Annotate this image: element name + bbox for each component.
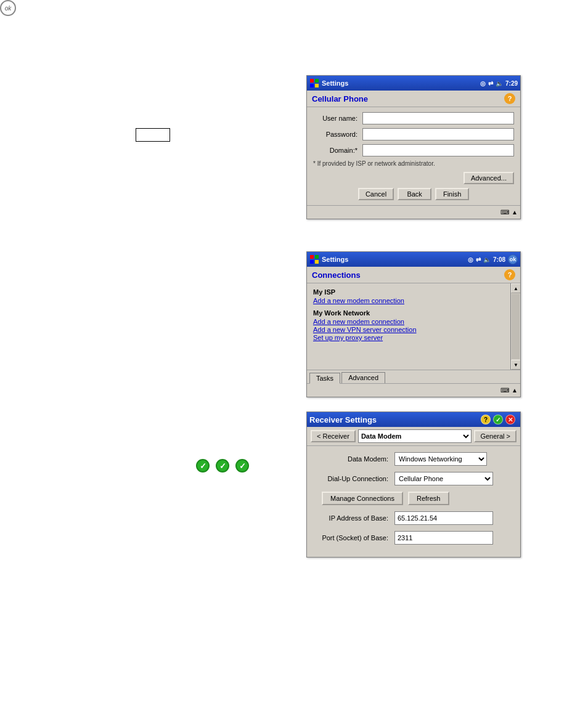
dialog2-scroll-area: My ISP Add a new modem connection My Wor… bbox=[307, 283, 520, 370]
dialog3-nav-bar: < Receiver Data Modem General > bbox=[307, 427, 520, 446]
port-input[interactable] bbox=[394, 531, 493, 545]
svg-rect-2 bbox=[310, 84, 314, 87]
svg-rect-6 bbox=[310, 260, 314, 264]
password-label: Password: bbox=[313, 131, 362, 138]
svg-rect-7 bbox=[315, 260, 319, 264]
dialog2-title-icons: ◎ ⇄ 🔈 7:08 ok bbox=[468, 254, 518, 264]
dialog2-tab-bar: Tasks Advanced bbox=[307, 370, 520, 383]
dialup-row: Dial-Up Connection: Cellular Phone bbox=[314, 472, 513, 485]
dialog1-volume-icon: 🔈 bbox=[496, 80, 503, 87]
dialog1-sub-header: Cellular Phone ? bbox=[307, 91, 520, 107]
dialog3-help-btn[interactable]: ? bbox=[481, 415, 491, 424]
my-work-title: My Work Network bbox=[313, 309, 504, 317]
dialup-select[interactable]: Cellular Phone bbox=[394, 472, 493, 485]
domain-input[interactable] bbox=[362, 144, 514, 156]
dialog1-page-title: Cellular Phone bbox=[312, 94, 368, 103]
arrow-up-icon[interactable]: ▲ bbox=[512, 209, 518, 216]
domain-label: Domain:* bbox=[313, 147, 362, 154]
dialog1-title: Settings bbox=[322, 79, 480, 87]
my-isp-section: My ISP Add a new modem connection bbox=[313, 288, 504, 304]
refresh-button[interactable]: Refresh bbox=[408, 492, 449, 505]
scroll-down-arrow[interactable]: ▼ bbox=[511, 360, 520, 370]
svg-rect-0 bbox=[310, 79, 314, 83]
data-modem-row: Data Modem: Windows Networking bbox=[314, 452, 513, 466]
dialog1-wifi-icon: ⇄ bbox=[488, 80, 493, 87]
dialog1-title-bar: Settings ◎ ⇄ 🔈 7:29 bbox=[307, 76, 520, 91]
check-icon-3: ✓ bbox=[235, 459, 249, 473]
password-row: Password: bbox=[313, 128, 514, 140]
check-icon-2: ✓ bbox=[216, 459, 229, 473]
small-rectangle bbox=[136, 128, 170, 142]
dialog1-taskbar: ⌨ ▲ bbox=[307, 205, 520, 219]
dialog3-ok-btn[interactable]: ✓ bbox=[493, 415, 503, 424]
check-icon-1: ✓ bbox=[196, 459, 210, 473]
dialog2-volume-icon: 🔈 bbox=[483, 256, 491, 263]
cancel-button[interactable]: Cancel bbox=[358, 188, 394, 200]
receiver-back-btn[interactable]: < Receiver bbox=[311, 430, 356, 442]
dialog1-content: User name: Password: Domain:* * If provi… bbox=[307, 107, 520, 205]
my-isp-title: My ISP bbox=[313, 288, 504, 296]
dialog2-title-bar: Settings ◎ ⇄ 🔈 7:08 ok bbox=[307, 252, 520, 267]
advanced-btn-row: Advanced... bbox=[313, 172, 514, 184]
receiver-settings-dialog: Receiver Settings ? ✓ ✕ < Receiver Data … bbox=[306, 412, 521, 558]
windows-logo-icon-2 bbox=[309, 254, 319, 264]
dialog2-ok-btn[interactable]: ok bbox=[508, 254, 518, 264]
check-icons-group: ✓ ✓ ✓ bbox=[196, 459, 249, 473]
ip-row: IP Address of Base: bbox=[314, 511, 513, 525]
username-label: User name: bbox=[313, 115, 362, 122]
dialog1-signal-icon: ◎ bbox=[480, 80, 486, 87]
ok-text: ok bbox=[5, 5, 12, 12]
manage-connections-button[interactable]: Manage Connections bbox=[322, 492, 403, 505]
dialog2-help-icon[interactable]: ? bbox=[504, 269, 515, 280]
dialog2-taskbar: ⌨ ▲ bbox=[307, 383, 520, 397]
back-button[interactable]: Back bbox=[398, 188, 431, 200]
dialog1-time: 7:29 bbox=[505, 80, 518, 87]
svg-rect-5 bbox=[315, 255, 319, 259]
arrow-up-icon-2[interactable]: ▲ bbox=[512, 387, 518, 394]
dialog2-sub-header: Connections ? bbox=[307, 267, 520, 283]
keyboard-icon-2[interactable]: ⌨ bbox=[500, 387, 509, 394]
ok-circle-icon: ok bbox=[0, 0, 16, 16]
dialog2-scrollbar[interactable]: ▲ ▼ bbox=[510, 283, 520, 370]
scroll-thumb[interactable] bbox=[512, 294, 520, 359]
dialog2-signal-icon: ◎ bbox=[468, 256, 473, 263]
ip-label: IP Address of Base: bbox=[314, 514, 394, 522]
my-isp-modem-link[interactable]: Add a new modem connection bbox=[313, 297, 504, 304]
dialog1-btn-row: Cancel Back Finish bbox=[313, 188, 514, 200]
section-select[interactable]: Data Modem bbox=[358, 429, 472, 443]
svg-rect-3 bbox=[315, 84, 319, 87]
receiver-forward-btn[interactable]: General > bbox=[474, 430, 517, 442]
password-input[interactable] bbox=[362, 128, 514, 140]
tab-advanced[interactable]: Advanced bbox=[341, 372, 385, 383]
keyboard-icon[interactable]: ⌨ bbox=[500, 209, 509, 216]
my-work-modem-link[interactable]: Add a new modem connection bbox=[313, 318, 504, 325]
dialog3-close-btn[interactable]: ✕ bbox=[505, 415, 515, 424]
advanced-button[interactable]: Advanced... bbox=[463, 172, 514, 184]
dialog2-content: My ISP Add a new modem connection My Wor… bbox=[307, 283, 510, 370]
svg-rect-4 bbox=[310, 255, 314, 259]
dialog3-content: Data Modem: Windows Networking Dial-Up C… bbox=[307, 446, 520, 557]
my-work-vpn-link[interactable]: Add a new VPN server connection bbox=[313, 326, 504, 333]
port-row: Port (Socket) of Base: bbox=[314, 531, 513, 545]
data-modem-select[interactable]: Windows Networking bbox=[394, 452, 487, 466]
isp-note: * If provided by ISP or network administ… bbox=[313, 160, 514, 167]
my-work-proxy-link[interactable]: Set up my proxy server bbox=[313, 334, 504, 341]
dialog1-title-icons: ◎ ⇄ 🔈 7:29 bbox=[480, 80, 518, 87]
dialog2-wifi-icon: ⇄ bbox=[476, 256, 481, 263]
ip-input[interactable] bbox=[394, 511, 493, 525]
port-label: Port (Socket) of Base: bbox=[314, 534, 394, 542]
settings-cellular-dialog: Settings ◎ ⇄ 🔈 7:29 Cellular Phone ? Use… bbox=[306, 75, 521, 219]
svg-rect-1 bbox=[315, 79, 319, 83]
scroll-up-arrow[interactable]: ▲ bbox=[511, 283, 520, 293]
username-input[interactable] bbox=[362, 112, 514, 124]
dialup-label: Dial-Up Connection: bbox=[314, 475, 394, 482]
tab-tasks[interactable]: Tasks bbox=[309, 373, 340, 384]
windows-logo-icon bbox=[309, 78, 319, 88]
username-row: User name: bbox=[313, 112, 514, 124]
finish-button[interactable]: Finish bbox=[435, 188, 469, 200]
dialog3-title: Receiver Settings bbox=[309, 415, 478, 424]
domain-row: Domain:* bbox=[313, 144, 514, 156]
dialog3-title-controls: ? ✓ ✕ bbox=[478, 412, 518, 427]
dialog1-help-icon[interactable]: ? bbox=[504, 93, 515, 104]
dialog2-page-title: Connections bbox=[312, 270, 361, 280]
